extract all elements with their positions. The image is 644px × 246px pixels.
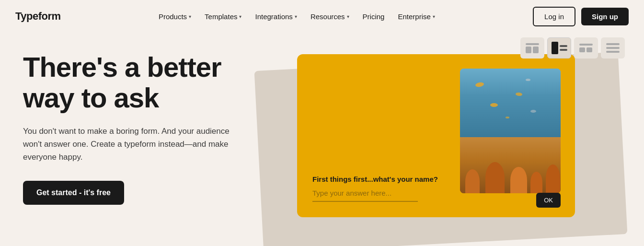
layout-button-4[interactable]	[601, 37, 625, 59]
nav-item-enterprise[interactable]: Enterprise ▾	[392, 9, 440, 24]
chevron-down-icon: ▾	[433, 14, 435, 19]
nav-label-pricing: Pricing	[363, 12, 385, 21]
water-top	[460, 69, 561, 137]
layout-selector	[520, 37, 625, 59]
nav-label-integrations: Integrations	[255, 12, 292, 21]
cta-button[interactable]: Get started - it's free	[23, 181, 124, 205]
nav-item-products[interactable]: Products ▾	[153, 9, 197, 24]
nav-item-resources[interactable]: Resources ▾	[305, 9, 355, 24]
hero-section: There's a better way to ask You don't wa…	[0, 33, 288, 246]
chevron-down-icon: ▾	[295, 14, 297, 19]
water-bottom	[460, 137, 561, 193]
form-preview-card: First things first...what's your name? T…	[297, 54, 575, 217]
nav-label-products: Products	[159, 12, 187, 21]
navbar-actions: Log in Sign up	[533, 7, 629, 26]
signup-button[interactable]: Sign up	[581, 8, 629, 25]
form-card-image	[460, 69, 561, 193]
brand-logo[interactable]: Typeform	[15, 10, 61, 23]
nav-menu: Products ▾ Templates ▾ Integrations ▾ Re…	[153, 9, 441, 24]
hero-subtitle: You don't want to make a boring form. An…	[23, 125, 243, 164]
nav-item-integrations[interactable]: Integrations ▾	[249, 9, 302, 24]
nav-item-templates[interactable]: Templates ▾	[199, 9, 247, 24]
form-next-button[interactable]: OK	[536, 193, 561, 208]
layout-button-3[interactable]	[574, 37, 598, 59]
navbar: Typeform Products ▾ Templates ▾ Integrat…	[0, 0, 644, 33]
hero-preview: First things first...what's your name? T…	[288, 33, 644, 246]
main-content: There's a better way to ask You don't wa…	[0, 33, 644, 246]
chevron-down-icon: ▾	[189, 14, 191, 19]
nav-label-enterprise: Enterprise	[398, 12, 430, 21]
nav-label-resources: Resources	[310, 12, 345, 21]
layout-button-2[interactable]	[547, 37, 571, 59]
hero-title: There's a better way to ask	[23, 52, 264, 113]
chevron-down-icon: ▾	[347, 14, 349, 19]
chevron-down-icon: ▾	[239, 14, 242, 19]
nav-item-pricing[interactable]: Pricing	[357, 9, 391, 24]
nav-label-templates: Templates	[205, 12, 237, 21]
form-answer-placeholder[interactable]: Type your answer here...	[312, 189, 418, 202]
login-button[interactable]: Log in	[533, 7, 575, 26]
layout-button-1[interactable]	[520, 37, 544, 59]
fish-scene	[460, 69, 561, 193]
